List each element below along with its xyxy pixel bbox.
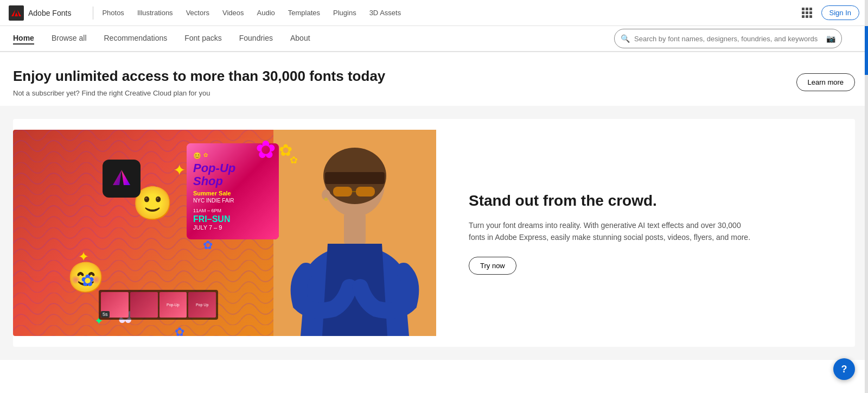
popup-shop-time: 11AM – 6PM	[193, 208, 272, 213]
filmstrip-thumb-2	[130, 292, 158, 318]
scrollbar-thumb[interactable]	[865, 26, 868, 75]
try-now-button[interactable]: Try now	[469, 257, 516, 275]
filmstrip: Pop-Up Pop Up 5s	[99, 290, 218, 320]
popup-shop-dates: JULY 7 – 9	[193, 224, 272, 231]
grid-dot	[802, 8, 805, 10]
adobe-logo-svg	[11, 8, 21, 18]
sparkle-decoration: ✦	[78, 249, 89, 264]
nav-plugins[interactable]: Plugins	[333, 9, 356, 17]
nav-vectors[interactable]: Vectors	[186, 9, 209, 17]
sec-nav-browse-all[interactable]: Browse all	[52, 34, 87, 43]
nav-3d-assets[interactable]: 3D Assets	[369, 9, 401, 17]
grid-dot	[802, 15, 805, 18]
sec-nav-about[interactable]: About	[290, 34, 310, 43]
svg-rect-6	[356, 187, 375, 196]
promo-description: Turn your font dreams into reality. With…	[469, 219, 751, 244]
adobe-express-icon	[111, 168, 132, 189]
svg-rect-5	[333, 187, 352, 196]
adobe-fonts-logo[interactable]: Adobe Fonts	[9, 5, 71, 21]
nav-templates[interactable]: Templates	[288, 9, 320, 17]
person-figure	[273, 130, 436, 336]
nav-audio[interactable]: Audio	[257, 9, 275, 17]
sign-in-button[interactable]: Sign In	[821, 5, 859, 20]
starburst-decoration: ✦	[173, 161, 186, 179]
search-icon: 🔍	[621, 34, 630, 43]
hero-banner: Enjoy unlimited access to more than 30,0…	[0, 52, 868, 106]
main-content: 🙂 😊 ✿ ✿ ✿ ✦ ✦ ✦ ✦ 😊 ✿	[0, 106, 868, 360]
popup-shop-days: FRI–SUN	[193, 214, 272, 224]
filmstrip-thumb-3: Pop-Up	[159, 292, 187, 318]
svg-rect-8	[344, 214, 366, 244]
popup-shop-location: NYC INDIE FAIR	[193, 198, 272, 204]
grid-dot	[806, 8, 808, 10]
nav-illustrations[interactable]: Illustrations	[137, 9, 173, 17]
nav-divider	[93, 7, 93, 20]
flower-decoration-top: ✿	[256, 135, 276, 164]
grid-dot	[806, 15, 808, 18]
nav-videos[interactable]: Videos	[222, 9, 244, 17]
grid-dot	[809, 11, 812, 14]
promo-image: 🙂 😊 ✿ ✿ ✿ ✦ ✦ ✦ ✦ 😊 ✿	[13, 130, 436, 336]
filmstrip-duration: 5s	[101, 311, 110, 318]
content-card: 🙂 😊 ✿ ✿ ✿ ✦ ✦ ✦ ✦ 😊 ✿	[13, 119, 855, 347]
person-svg	[273, 130, 436, 336]
sec-nav-recommendations[interactable]: Recommendations	[104, 34, 168, 43]
hero-text: Enjoy unlimited access to more than 30,0…	[13, 67, 385, 97]
top-navigation: Adobe Fonts Photos Illustrations Vectors…	[0, 0, 868, 26]
promo-section: 🙂 😊 ✿ ✿ ✿ ✦ ✦ ✦ ✦ 😊 ✿	[13, 119, 855, 347]
sec-nav-home[interactable]: Home	[13, 34, 34, 45]
sec-nav-font-packs[interactable]: Font packs	[184, 34, 221, 43]
promo-text: Stand out from the crowd. Turn your font…	[436, 169, 855, 296]
sec-nav-foundries[interactable]: Foundries	[239, 34, 273, 43]
popup-shop-subtitle: Summer Sale	[193, 190, 272, 196]
nav-photos[interactable]: Photos	[102, 9, 124, 17]
search-input[interactable]	[614, 29, 842, 48]
hero-headline: Enjoy unlimited access to more than 30,0…	[13, 67, 385, 86]
scrollbar-track[interactable]	[865, 0, 868, 360]
camera-search-icon[interactable]: 📷	[826, 34, 835, 43]
logo-text: Adobe Fonts	[28, 9, 71, 17]
grid-dot	[809, 8, 812, 10]
svg-point-10	[324, 198, 328, 201]
popup-shop-title: Pop-UpShop	[193, 162, 272, 188]
search-wrapper: 🔍 📷	[614, 29, 842, 48]
top-nav-links: Photos Illustrations Vectors Videos Audi…	[102, 9, 801, 17]
grid-dot	[809, 15, 812, 18]
learn-more-button[interactable]: Learn more	[796, 73, 855, 91]
grid-dot	[806, 11, 808, 14]
top-nav-right: Sign In	[802, 5, 859, 20]
blue-flower-mid: ✿	[203, 238, 213, 252]
adobe-express-logo	[103, 160, 141, 198]
small-flower-yellow2: ✿	[290, 154, 298, 166]
apps-grid-icon[interactable]	[802, 8, 813, 18]
svg-rect-4	[325, 172, 385, 184]
hero-subtext: Not a subscriber yet? Find the right Cre…	[13, 89, 385, 97]
filmstrip-thumb-4: Pop Up	[188, 292, 216, 318]
blue-flower-bottom: ✿	[175, 325, 184, 336]
flower-decoration-blue: ✿	[81, 271, 94, 290]
adobe-logo-icon	[9, 5, 24, 21]
grid-dot	[802, 11, 805, 14]
secondary-navigation: Home Browse all Recommendations Font pac…	[0, 26, 868, 52]
promo-headline: Stand out from the crowd.	[469, 191, 822, 211]
